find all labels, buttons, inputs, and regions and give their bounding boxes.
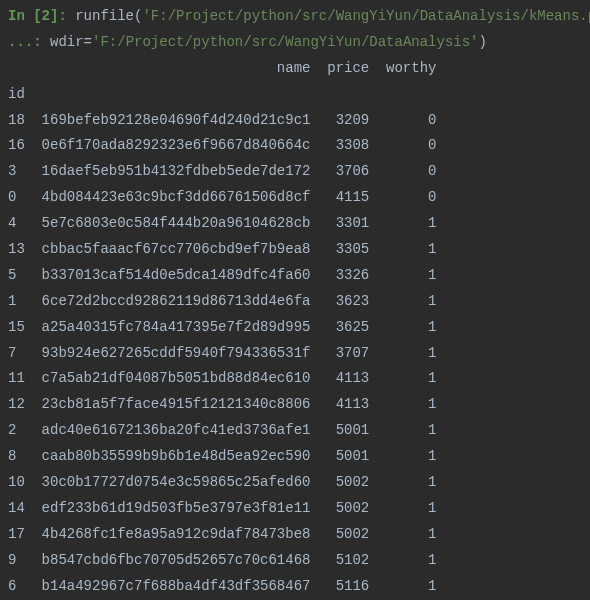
continuation-prompt: ...:: [8, 34, 50, 50]
column-headers: name price worthy: [8, 56, 582, 82]
table-row: 15 a25a40315fc784a417395e7f2d89d995 3625…: [8, 315, 582, 341]
table-row: 0 4bd084423e63c9bcf3dd66761506d8cf 4115 …: [8, 185, 582, 211]
table-row: 16 0e6f170ada8292323e6f9667d840664c 3308…: [8, 133, 582, 159]
table-row: 2 adc40e61672136ba20fc41ed3736afe1 5001 …: [8, 418, 582, 444]
table-row: 11 c7a5ab21df04087b5051bd88d84ec610 4113…: [8, 366, 582, 392]
input-prompt: In [2]:: [8, 8, 67, 24]
table-row: 18 169befeb92128e04690f4d240d21c9c1 3209…: [8, 108, 582, 134]
dataframe-output: name price worthyid18 169befeb92128e0469…: [8, 56, 582, 600]
wdir-key: wdir=: [50, 34, 92, 50]
console-output: In [2]: runfile('F:/Project/python/src/W…: [8, 4, 582, 599]
close-paren: ): [479, 34, 487, 50]
runfile-call: runfile(: [67, 8, 143, 24]
table-row: 6 b14a492967c7f688ba4df43df3568467 5116 …: [8, 574, 582, 600]
table-row: 17 4b4268fc1fe8a95a912c9daf78473be8 5002…: [8, 522, 582, 548]
table-row: 5 b337013caf514d0e5dca1489dfc4fa60 3326 …: [8, 263, 582, 289]
table-row: 8 caab80b35599b9b6b1e48d5ea92ec590 5001 …: [8, 444, 582, 470]
table-row: 7 93b924e627265cddf5940f794336531f 3707 …: [8, 341, 582, 367]
table-row: 1 6ce72d2bccd92862119d86713dd4e6fa 3623 …: [8, 289, 582, 315]
table-row: 10 30c0b17727d0754e3c59865c25afed60 5002…: [8, 470, 582, 496]
id-index-label: id: [8, 82, 582, 108]
table-row: 4 5e7c6803e0c584f444b20a96104628cb 3301 …: [8, 211, 582, 237]
input-cell-line2: ...: wdir='F:/Project/python/src/WangYiY…: [8, 30, 582, 56]
table-row: 13 cbbac5faaacf67cc7706cbd9ef7b9ea8 3305…: [8, 237, 582, 263]
table-row: 9 b8547cbd6fbc70705d52657c70c61468 5102 …: [8, 548, 582, 574]
table-row: 3 16daef5eb951b4132fdbeb5ede7de172 3706 …: [8, 159, 582, 185]
runfile-arg: 'F:/Project/python/src/WangYiYun/DataAna…: [142, 8, 590, 24]
wdir-value: 'F:/Project/python/src/WangYiYun/DataAna…: [92, 34, 478, 50]
table-row: 14 edf233b61d19d503fb5e3797e3f81e11 5002…: [8, 496, 582, 522]
table-row: 12 23cb81a5f7face4915f12121340c8806 4113…: [8, 392, 582, 418]
input-cell-line1: In [2]: runfile('F:/Project/python/src/W…: [8, 4, 582, 30]
